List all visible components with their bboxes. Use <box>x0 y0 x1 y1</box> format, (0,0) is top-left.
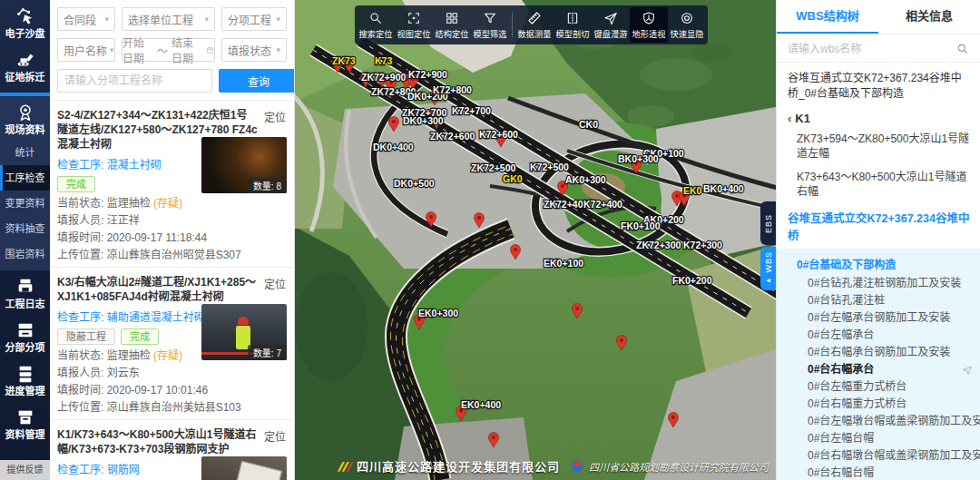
status-label: 当前状态: <box>57 349 103 362</box>
sidebar-item-award[interactable]: 现场资料 <box>0 96 50 140</box>
station-label: ZK72+300 <box>636 240 681 250</box>
locate-link[interactable]: 定位 <box>264 109 286 124</box>
wbs-section-node[interactable]: 0#台基础及下部构造 <box>777 252 980 275</box>
unit-project-select[interactable]: 选择单位工程▾ <box>122 7 215 31</box>
sidebar-item-journal[interactable]: 工程日志 <box>0 270 50 314</box>
station-label: K72+700 <box>452 105 491 116</box>
journal-icon <box>15 277 35 297</box>
ebs-side-tab[interactable]: EBS <box>760 201 776 245</box>
map-3d-view[interactable]: ZK73K73ZK72+900K72+900ZK72+800DK0+200K72… <box>295 0 776 480</box>
sidebar-item-excavator[interactable]: 征地拆迁 <box>0 44 50 87</box>
station-label: BK0+300 <box>618 153 659 164</box>
wbs-child-node[interactable]: 0#台右幅台帽 <box>777 465 980 480</box>
toolbar-eye-button[interactable]: 快速显隐 <box>668 7 706 43</box>
wbs-child-node[interactable]: 0#台左幅台帽 <box>777 430 980 447</box>
parts-icon <box>15 320 35 340</box>
tab-wbs-tree[interactable]: WBS结构树 <box>777 0 878 34</box>
sidebar-item-archive[interactable]: 资料管理 <box>0 401 50 445</box>
locate-link[interactable]: 定位 <box>264 428 286 444</box>
toolbar-grid-button[interactable]: 结构定位 <box>433 7 471 43</box>
terrain-scene: ZK73K73ZK72+900K72+900ZK72+800DK0+200K72… <box>295 0 776 480</box>
map-side-tabs: EBS▸ WBS <box>760 201 776 290</box>
wbs-panel: WBS结构树相关信息 谷堆互通式立交K72+367.234谷堆中桥_0#台基础及… <box>776 0 980 480</box>
contract-select[interactable]: 合同段▾ <box>57 7 115 31</box>
sidebar-item-label: 现场资料 <box>0 124 50 136</box>
user-select[interactable]: 用户名称▾ <box>57 38 115 62</box>
wbs-child-node[interactable]: 0#台右幅承台 <box>777 361 980 378</box>
station-label: K72+400 <box>583 199 622 210</box>
query-button[interactable]: 查询 <box>219 69 295 93</box>
station-label: DK0+400 <box>373 142 414 152</box>
attribution-company-1: 四川高速公路建设开发集团有限公司 <box>357 457 560 475</box>
sidebar-subitem-3[interactable]: 资料抽查 <box>0 216 50 241</box>
toolbar-shield-button[interactable]: 地形透视 <box>630 7 668 43</box>
wbs-breadcrumb: 谷堆互通式立交K72+367.234谷堆中桥_0#台基础及下部构造 <box>777 63 980 105</box>
sidebar-item-sandbox[interactable]: 电子沙盘 <box>0 0 50 44</box>
status-doubt: (存疑) <box>153 197 182 210</box>
sidebar-subitem-4[interactable]: 围岩资料 <box>0 241 50 267</box>
wbs-child-node[interactable]: 0#台钻孔灌注桩 <box>777 292 980 309</box>
chevron-down-icon: ▾ <box>204 15 209 24</box>
wbs-back-row[interactable]: ‹K1 <box>777 105 980 127</box>
station-label: ZK72+500 <box>471 162 515 173</box>
inspection-photo-thumbnail[interactable]: 数量: 7 <box>201 304 287 360</box>
inspection-item[interactable]: K1/K73+643～K80+500大凉山1号隧道右幅/K73+673-K73+… <box>50 420 294 480</box>
sidebar-item-progress[interactable]: 进度管理 <box>0 358 50 401</box>
sub-project-select[interactable]: 分项工程▾ <box>221 7 287 31</box>
station-label: K72+500 <box>530 162 569 172</box>
inspection-photo-thumbnail[interactable]: 数量: 23 <box>201 456 287 480</box>
wbs-child-node[interactable]: 0#台左幅承台钢筋加工及安装 <box>777 309 980 327</box>
wbs-sibling-node[interactable]: K73+643～K80+500大凉山1号隧道右幅 <box>777 165 980 203</box>
toolbar-funnel-button[interactable]: 模型筛选 <box>471 7 509 43</box>
toolbar-measure-button[interactable]: 数据测量 <box>515 7 554 43</box>
toolbar-label: 快速显隐 <box>670 27 705 40</box>
wbs-child-node[interactable]: 0#台右幅重力式桥台 <box>777 396 980 413</box>
wbs-search-input[interactable] <box>788 43 956 55</box>
locate-link[interactable]: 定位 <box>264 276 286 291</box>
wbs-child-node[interactable]: 0#台左幅墩台帽或盖梁钢筋加工及安装 <box>777 413 980 430</box>
archive-icon <box>15 407 35 427</box>
toolbar-frame-button[interactable]: 视图定位 <box>395 7 433 43</box>
sidebar-subitem-0[interactable]: 统计 <box>0 140 50 165</box>
wbs-sibling-node[interactable]: ZK73+594～ZK80+500大凉山1号隧道左幅 <box>777 127 980 165</box>
wbs-side-tab[interactable]: ▸ WBS <box>760 247 776 290</box>
station-label: FK0+200 <box>672 275 712 286</box>
sidebar-subitem-2[interactable]: 变更资料 <box>0 191 50 216</box>
progress-icon <box>15 364 35 384</box>
toolbar-label: 模型筛选 <box>473 27 508 40</box>
sidebar-item-parts[interactable]: 分部分项 <box>0 314 50 358</box>
wbs-child-node[interactable]: 0#台右幅承台钢筋加工及安装 <box>777 344 980 361</box>
feedback-button[interactable]: 提供反馈 <box>0 460 50 480</box>
station-label: AK0+300 <box>565 174 606 185</box>
toolbar-clip-button[interactable]: 模型剖切 <box>554 7 592 43</box>
toolbar-search-button[interactable]: 搜索定位 <box>357 7 395 43</box>
station-label: EK0+100 <box>544 258 583 269</box>
station-label: CK0 <box>579 119 598 130</box>
inspection-item[interactable]: S2-4/ZK127+344～ZK131+422庆恒1号隧道左线/ZK127+5… <box>50 101 294 268</box>
sidebar-item-label: 工程日志 <box>0 299 50 310</box>
inspection-item[interactable]: K3/右幅大凉山2#隧道工程/XJ1K1+285～XJ1K1+085FAJ4d衬… <box>50 268 294 420</box>
sidebar-subitem-1[interactable]: 工序检查 <box>0 165 50 191</box>
funnel-icon <box>471 11 509 25</box>
toolbar-plane-button[interactable]: 键盘漫游 <box>592 7 630 43</box>
location-label: 上传位置: <box>57 401 103 414</box>
tab-related-info[interactable]: 相关信息 <box>878 0 980 34</box>
station-label: DK0+500 <box>394 178 435 189</box>
locate-send-icon[interactable] <box>962 364 973 375</box>
wbs-child-node[interactable]: 0#台左幅承台 <box>777 327 980 344</box>
award-icon <box>15 103 35 122</box>
wbs-child-node[interactable]: 0#台钻孔灌注桩钢筋加工及安装 <box>777 275 980 292</box>
status-select[interactable]: 填报状态▾ <box>221 38 287 62</box>
sub-project-name-input[interactable] <box>57 69 212 93</box>
station-label: EK0+300 <box>418 308 458 318</box>
wbs-child-node[interactable]: 0#台左幅重力式桥台 <box>777 378 980 396</box>
toolbar-label: 数据测量 <box>517 27 553 40</box>
inspection-photo-thumbnail[interactable]: 数量: 8 <box>201 137 287 193</box>
measure-icon <box>515 11 554 25</box>
date-range-picker[interactable]: 开始日期～结束日期 <box>122 38 215 62</box>
station-label: K72+600 <box>479 129 518 140</box>
wbs-child-node[interactable]: 0#台右幅墩台帽或盖梁钢筋加工及安装 <box>777 447 980 465</box>
calendar-icon <box>206 44 214 56</box>
sandbox-icon <box>15 6 35 26</box>
wbs-parent-node[interactable]: 谷堆互通式立交K72+367.234谷堆中桥 <box>777 203 980 249</box>
